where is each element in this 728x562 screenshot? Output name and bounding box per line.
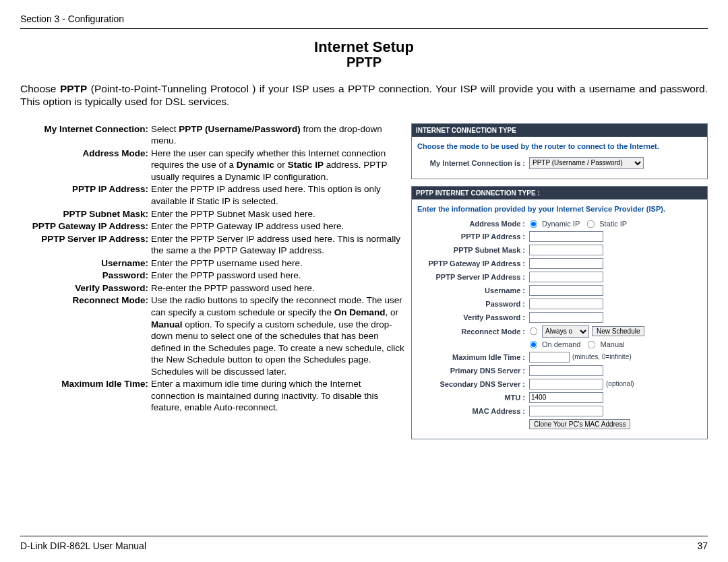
label-verify: Verify Password : xyxy=(417,313,529,321)
definition-label: PPTP IP Address: xyxy=(20,183,151,208)
radio-label-manual: Manual xyxy=(600,340,624,348)
definition-label: PPTP Gateway IP Address: xyxy=(20,220,151,233)
label-address-mode: Address Mode : xyxy=(417,220,529,228)
radio-manual[interactable] xyxy=(588,340,596,348)
input-verify-password[interactable] xyxy=(529,312,603,323)
intro-paragraph: Choose PPTP (Point-to-Point-Tunneling Pr… xyxy=(20,82,708,108)
definitions-list: My Internet Connection:Select PPTP (User… xyxy=(20,123,406,446)
header-section: Section 3 - Configuration xyxy=(20,13,708,29)
footer-page-number: 37 xyxy=(697,540,708,551)
label-subnet: PPTP Subnet Mask : xyxy=(417,246,529,254)
button-clone-mac[interactable]: Clone Your PC's MAC Address xyxy=(529,419,630,429)
definition-value: Enter the PPTP IP address used here. Thi… xyxy=(151,183,406,208)
input-mac[interactable] xyxy=(529,406,603,416)
radio-label-static: Static IP xyxy=(599,220,627,228)
definition-value: Enter the PPTP username used here. xyxy=(151,257,406,270)
button-new-schedule[interactable]: New Schedule xyxy=(592,326,644,336)
definition-label: My Internet Connection: xyxy=(20,123,151,148)
definition-value: Enter the PPTP password used here. xyxy=(151,270,406,282)
label-pptp-ip: PPTP IP Address : xyxy=(417,232,529,241)
input-mtu[interactable] xyxy=(529,392,603,403)
definition-value: Enter a maximum idle time during which t… xyxy=(151,378,406,414)
label-password: Password : xyxy=(417,300,529,308)
label-my-internet-connection: My Internet Connection is : xyxy=(417,159,529,167)
label-server: PPTP Server IP Address : xyxy=(417,273,529,281)
label-max-idle: Maximum Idle Time : xyxy=(417,353,529,361)
radio-reconnect-schedule[interactable] xyxy=(530,327,538,336)
note-idle: (minutes, 0=infinite) xyxy=(572,353,632,361)
screenshot-panels: INTERNET CONNECTION TYPE Choose the mode… xyxy=(411,123,708,446)
radio-on-demand[interactable] xyxy=(530,340,538,348)
panel-header: INTERNET CONNECTION TYPE xyxy=(412,124,707,137)
label-mac: MAC Address : xyxy=(417,407,529,415)
input-gateway[interactable] xyxy=(529,258,603,269)
label-reconnect: Reconnect Mode : xyxy=(417,327,529,336)
select-schedule[interactable]: Always o xyxy=(542,325,589,338)
definition-value: Enter the PPTP Server IP address used he… xyxy=(151,233,406,257)
panel-desc: Enter the information provided by your I… xyxy=(417,205,702,213)
input-password[interactable] xyxy=(529,299,603,309)
radio-label-ondemand: On demand xyxy=(542,340,580,348)
definition-value: Re-enter the PPTP password used here. xyxy=(151,282,406,295)
definition-value: Enter the PPTP Subnet Mask used here. xyxy=(151,208,406,221)
select-internet-connection[interactable]: PPTP (Username / Password) xyxy=(529,157,644,169)
definition-label: PPTP Server IP Address: xyxy=(20,233,151,257)
definition-value: Select PPTP (Username/Password) from the… xyxy=(151,123,406,148)
note-optional: (optional) xyxy=(606,380,634,387)
radio-label-dynamic: Dynamic IP xyxy=(542,220,580,228)
label-gateway: PPTP Gateway IP Address : xyxy=(417,259,529,268)
page-subtitle: PPTP xyxy=(20,55,708,70)
input-max-idle[interactable] xyxy=(529,352,570,363)
intro-pre: Choose xyxy=(20,83,60,94)
label-primary-dns: Primary DNS Server : xyxy=(417,367,529,375)
definition-label: PPTP Subnet Mask: xyxy=(20,208,151,221)
panel-desc: Choose the mode to be used by the router… xyxy=(417,142,702,150)
title-block: Internet Setup PPTP xyxy=(20,38,708,70)
definition-label: Password: xyxy=(20,270,151,282)
panel-internet-connection-type: INTERNET CONNECTION TYPE Choose the mode… xyxy=(411,123,708,179)
definition-value: Here the user can specify whether this I… xyxy=(151,148,406,184)
label-mtu: MTU : xyxy=(417,394,529,402)
page-footer: D-Link DIR-862L User Manual 37 xyxy=(20,536,708,551)
input-server[interactable] xyxy=(529,272,603,282)
radio-dynamic-ip[interactable] xyxy=(530,220,538,228)
definition-label: Username: xyxy=(20,257,151,270)
page-title: Internet Setup xyxy=(20,38,708,56)
input-primary-dns[interactable] xyxy=(529,365,603,376)
intro-bold: PPTP xyxy=(60,83,87,94)
definition-value: Use the radio buttons to specify the rec… xyxy=(151,294,406,378)
footer-left: D-Link DIR-862L User Manual xyxy=(20,540,146,551)
radio-static-ip[interactable] xyxy=(587,220,595,228)
panel-pptp-connection-type: PPTP INTERNET CONNECTION TYPE : Enter th… xyxy=(411,186,708,439)
intro-post: (Point-to-Point-Tunneling Protocol ) if … xyxy=(20,83,708,107)
input-secondary-dns[interactable] xyxy=(529,379,603,389)
definition-label: Reconnect Mode: xyxy=(20,294,151,378)
definition-label: Maximum Idle Time: xyxy=(20,378,151,414)
input-pptp-ip[interactable] xyxy=(529,231,603,242)
definition-label: Verify Password: xyxy=(20,282,151,295)
definition-label: Address Mode: xyxy=(20,148,151,184)
label-username: Username : xyxy=(417,286,529,294)
input-username[interactable] xyxy=(529,285,603,296)
label-secondary-dns: Secondary DNS Server : xyxy=(417,380,529,388)
definition-value: Enter the PPTP Gateway IP address used h… xyxy=(151,220,406,233)
input-subnet[interactable] xyxy=(529,245,603,255)
panel-header: PPTP INTERNET CONNECTION TYPE : xyxy=(412,187,707,199)
